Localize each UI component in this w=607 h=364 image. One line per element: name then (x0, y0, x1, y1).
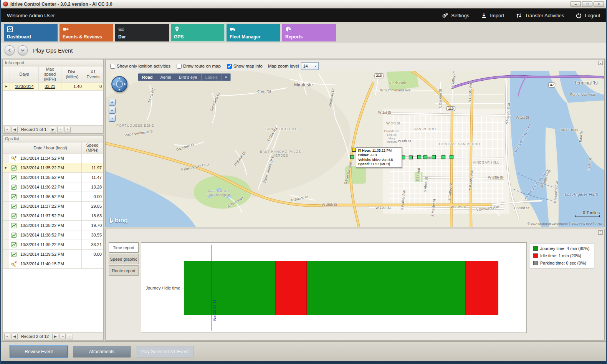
checkbox-draw-route-on-map[interactable]: Draw route on map (177, 64, 221, 69)
map-view-tab-labels[interactable]: Labels (201, 74, 222, 81)
tab-fleet-manager[interactable]: Fleet Manager (227, 24, 280, 41)
map-zoom-select[interactable]: 14 ▼ (301, 62, 319, 70)
action-logout[interactable]: Logout (576, 12, 600, 19)
gps-row[interactable]: 10/3/2014 11:34:52 PM (3, 154, 103, 163)
gps-row[interactable]: 10/3/2014 11:36:22 PM13.28 (3, 182, 103, 192)
pager-button[interactable]: ◀ (12, 334, 18, 339)
down-button[interactable] (18, 45, 28, 55)
review-event-button[interactable]: Review Event (10, 346, 68, 357)
cell-datetime[interactable]: 10/3/2014 11:40:15 PM (19, 259, 82, 269)
map-marker-point[interactable] (442, 155, 445, 159)
cell-max-speed[interactable]: 33.21 (39, 83, 61, 90)
map-canvas[interactable]: MiralestePeck ParkW Summerland AveCrest … (106, 71, 604, 227)
gps-row[interactable]: 10/3/2014 11:37:22 PM29.05 (3, 202, 103, 211)
attachments-button[interactable]: Attachments (73, 346, 131, 357)
tab-label: Dvr (118, 34, 126, 40)
table-row[interactable]: ▶10/3/201433.211.400 (3, 83, 103, 90)
map-panel-collapse-button[interactable] (598, 61, 603, 65)
cell-speed: 18.63 (82, 211, 103, 221)
gps-row[interactable]: 10/3/2014 11:40:15 PM (3, 259, 103, 269)
action-transfer-activities[interactable]: Transfer Activities (516, 12, 564, 19)
zoom-out-button[interactable]: − (109, 107, 116, 114)
gps-row[interactable]: 10/3/2014 11:38:22 PM19.70 (3, 221, 103, 230)
action-settings[interactable]: Settings (442, 12, 469, 19)
cell-datetime[interactable]: 10/3/2014 11:39:22 PM (19, 240, 82, 250)
cell-datetime[interactable]: 10/3/2014 11:37:22 PM (19, 202, 82, 211)
checkbox-input[interactable] (227, 64, 232, 69)
chart-tab-speed-graphic[interactable]: Speed graphic (109, 254, 139, 264)
map-marker-point[interactable] (450, 155, 453, 159)
cell-datetime[interactable]: 10/3/2014 11:38:22 PM (19, 221, 82, 230)
cell-datetime[interactable]: 10/3/2014 11:38:52 PM (19, 230, 82, 240)
gps-row[interactable]: 10/3/2014 11:35:52 PM11.47 (3, 173, 103, 182)
minimize-button[interactable]: – (571, 1, 581, 7)
maximize-button[interactable]: □ (582, 1, 592, 7)
back-button[interactable] (5, 45, 15, 55)
chart-panel-collapse-button[interactable] (598, 230, 603, 235)
info-report-grid: DaysMax speed (MPH)Dist. (Miles)X1 Event… (3, 66, 103, 125)
map-marker-point[interactable] (432, 155, 436, 159)
pager-button[interactable]: » (57, 127, 63, 132)
sub-header: Play Gps Event (1, 43, 606, 58)
checkbox-show-map-info[interactable]: Show map info (227, 64, 263, 69)
gps-row[interactable]: ▶10/3/2014 11:35:22 PM11.97 (3, 163, 103, 173)
cell-datetime[interactable]: 10/3/2014 11:35:22 PM (19, 163, 82, 173)
pager-button[interactable]: « (4, 127, 10, 132)
cell-datetime[interactable]: 10/3/2014 11:39:52 PM (19, 250, 82, 259)
map-view-tab-bird-s-eye[interactable]: Bird's eye (175, 74, 201, 81)
pager-button[interactable]: + (67, 334, 73, 339)
gps-row[interactable]: 10/3/2014 11:36:52 PM0.00 (3, 192, 103, 202)
map-tooltip: Hour: 11:35:22 PMDriver: AI BVehicle: id… (356, 147, 402, 168)
line-chart-icon (7, 26, 13, 32)
map-marker-point[interactable] (350, 155, 354, 159)
checkbox-input[interactable] (177, 64, 182, 69)
gps-row[interactable]: 10/3/2014 11:37:52 PM18.63 (3, 211, 103, 221)
cell-datetime[interactable]: 10/3/2014 11:34:52 PM (19, 154, 82, 163)
cell-datetime[interactable]: 10/3/2014 11:36:22 PM (19, 182, 82, 192)
cell-datetime[interactable]: 10/3/2014 11:35:52 PM (19, 173, 82, 182)
pager-button[interactable]: « (4, 334, 10, 339)
tab-dashboard[interactable]: Dashboard (4, 24, 58, 41)
zoom-in-button[interactable]: + (109, 99, 116, 106)
map-scale-bar (575, 215, 600, 217)
legend-label: Parking time: 0 sec (0%) (540, 261, 586, 265)
chart-cursor-label: 11:35:22 PM (213, 299, 217, 321)
pager-label: Record 2 of 12 (21, 334, 49, 339)
pager-button[interactable]: ◀ (12, 127, 18, 132)
tab-label: Events & Reviews (63, 34, 102, 40)
map-pan-control[interactable] (111, 76, 128, 93)
tab-gps[interactable]: GPS (171, 24, 225, 41)
ignition-on-icon (10, 155, 18, 162)
map-scale: 0.7 miles (575, 210, 600, 217)
cell-datetime[interactable]: 10/3/2014 11:37:52 PM (19, 211, 82, 221)
close-button[interactable]: × (594, 1, 604, 7)
map-chevron-button[interactable]: › (109, 115, 116, 122)
map-marker-point[interactable] (423, 155, 427, 159)
tab-reports[interactable]: Reports (282, 24, 336, 41)
tab-events-reviews[interactable]: Events & Reviews (60, 24, 113, 41)
cell-datetime[interactable]: 10/3/2014 11:36:52 PM (19, 192, 82, 202)
checkbox-show-only-ignition-activities[interactable]: Show only ignition activities (110, 64, 170, 69)
gps-row[interactable]: 10/3/2014 11:38:52 PM30.55 (3, 230, 103, 240)
map-marker-ignition[interactable] (352, 148, 356, 152)
map-view-tab-aerial[interactable]: Aerial (157, 74, 175, 81)
pager-button[interactable]: » (60, 334, 66, 339)
tooltip-label: Vehicle: (358, 158, 372, 162)
pager-button[interactable]: + (65, 127, 71, 132)
pager-button[interactable]: ▶ (50, 127, 56, 132)
gps-row[interactable]: 10/3/2014 11:39:22 PM33.21 (3, 240, 103, 250)
pager-button[interactable]: ▶ (52, 334, 58, 339)
cell-days[interactable]: 10/3/2014 (10, 83, 39, 90)
map-marker-point[interactable] (409, 156, 413, 159)
map-zoom-label: Map zoom level (268, 64, 299, 68)
checkbox-input[interactable] (110, 64, 115, 69)
action-import[interactable]: Import (481, 12, 504, 19)
tooltip-line: Driver: AI B (358, 153, 400, 158)
map-view-tab-road[interactable]: Road (138, 74, 157, 81)
map-viewbar-collapse-button[interactable]: « (222, 74, 230, 81)
tab-dvr[interactable]: Dvr (115, 24, 169, 41)
gps-row[interactable]: 10/3/2014 11:39:52 PM0.00 (3, 250, 103, 259)
map-marker-point[interactable] (417, 155, 421, 159)
chart-tab-time-report[interactable]: Time report (109, 242, 139, 253)
chart-tab-route-report[interactable]: Route report (109, 265, 139, 276)
